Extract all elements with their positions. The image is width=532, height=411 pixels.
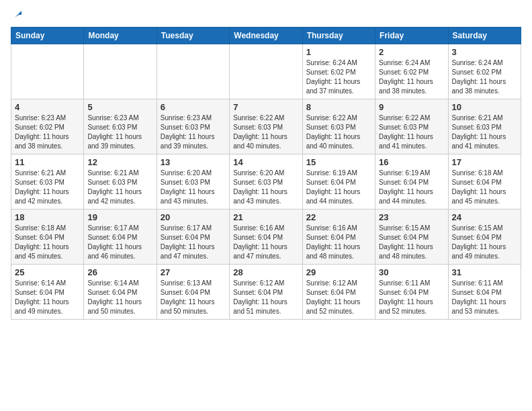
- day-number: 19: [87, 212, 152, 222]
- calendar-cell: 8Sunrise: 6:22 AM Sunset: 6:03 PM Daylig…: [302, 99, 375, 154]
- day-info: Sunrise: 6:16 AM Sunset: 6:04 PM Dayligh…: [306, 224, 371, 261]
- calendar-cell: 20Sunrise: 6:17 AM Sunset: 6:04 PM Dayli…: [157, 210, 229, 265]
- header-day: Tuesday: [157, 28, 229, 44]
- day-number: 10: [452, 102, 517, 112]
- day-info: Sunrise: 6:21 AM Sunset: 6:03 PM Dayligh…: [87, 169, 152, 206]
- calendar-cell: 1Sunrise: 6:24 AM Sunset: 6:02 PM Daylig…: [302, 44, 375, 99]
- day-info: Sunrise: 6:17 AM Sunset: 6:04 PM Dayligh…: [87, 224, 152, 261]
- header-day: Thursday: [302, 28, 375, 44]
- day-number: 2: [379, 47, 444, 57]
- calendar-cell: 29Sunrise: 6:12 AM Sunset: 6:04 PM Dayli…: [302, 265, 375, 320]
- header-day: Monday: [84, 28, 157, 44]
- calendar-cell: 23Sunrise: 6:15 AM Sunset: 6:04 PM Dayli…: [375, 210, 448, 265]
- day-info: Sunrise: 6:12 AM Sunset: 6:04 PM Dayligh…: [233, 279, 298, 316]
- logo-bird-icon: [12, 8, 24, 20]
- day-info: Sunrise: 6:13 AM Sunset: 6:04 PM Dayligh…: [161, 279, 226, 316]
- day-info: Sunrise: 6:17 AM Sunset: 6:04 PM Dayligh…: [161, 224, 226, 261]
- day-info: Sunrise: 6:23 AM Sunset: 6:02 PM Dayligh…: [15, 113, 80, 151]
- day-info: Sunrise: 6:18 AM Sunset: 6:04 PM Dayligh…: [452, 169, 517, 206]
- day-number: 6: [161, 102, 226, 112]
- calendar-week-row: 11Sunrise: 6:21 AM Sunset: 6:03 PM Dayli…: [11, 154, 521, 210]
- calendar-cell: 15Sunrise: 6:19 AM Sunset: 6:04 PM Dayli…: [302, 154, 375, 210]
- day-info: Sunrise: 6:21 AM Sunset: 6:03 PM Dayligh…: [15, 169, 80, 206]
- calendar-cell: [84, 44, 157, 99]
- header-day: Sunday: [11, 28, 84, 44]
- day-info: Sunrise: 6:11 AM Sunset: 6:04 PM Dayligh…: [452, 279, 517, 316]
- day-info: Sunrise: 6:22 AM Sunset: 6:03 PM Dayligh…: [379, 113, 444, 151]
- header-row: SundayMondayTuesdayWednesdayThursdayFrid…: [11, 28, 521, 44]
- day-info: Sunrise: 6:19 AM Sunset: 6:04 PM Dayligh…: [379, 169, 444, 206]
- calendar-cell: 16Sunrise: 6:19 AM Sunset: 6:04 PM Dayli…: [375, 154, 448, 210]
- calendar-cell: 7Sunrise: 6:22 AM Sunset: 6:03 PM Daylig…: [230, 99, 302, 154]
- day-number: 27: [161, 267, 226, 277]
- day-number: 24: [452, 212, 517, 222]
- calendar-cell: 4Sunrise: 6:23 AM Sunset: 6:02 PM Daylig…: [11, 99, 84, 154]
- day-number: 31: [452, 267, 517, 277]
- calendar-cell: 11Sunrise: 6:21 AM Sunset: 6:03 PM Dayli…: [11, 154, 84, 210]
- calendar-cell: 30Sunrise: 6:11 AM Sunset: 6:04 PM Dayli…: [375, 265, 448, 320]
- day-info: Sunrise: 6:22 AM Sunset: 6:03 PM Dayligh…: [306, 113, 371, 151]
- calendar-cell: 28Sunrise: 6:12 AM Sunset: 6:04 PM Dayli…: [230, 265, 302, 320]
- day-number: 22: [306, 212, 371, 222]
- calendar-cell: 2Sunrise: 6:24 AM Sunset: 6:02 PM Daylig…: [375, 44, 448, 99]
- calendar-cell: 22Sunrise: 6:16 AM Sunset: 6:04 PM Dayli…: [302, 210, 375, 265]
- header-day: Friday: [375, 28, 448, 44]
- calendar-cell: 25Sunrise: 6:14 AM Sunset: 6:04 PM Dayli…: [11, 265, 84, 320]
- day-number: 14: [233, 157, 298, 167]
- day-info: Sunrise: 6:16 AM Sunset: 6:04 PM Dayligh…: [233, 224, 298, 261]
- calendar-cell: 9Sunrise: 6:22 AM Sunset: 6:03 PM Daylig…: [375, 99, 448, 154]
- day-number: 8: [306, 102, 371, 112]
- calendar-week-row: 4Sunrise: 6:23 AM Sunset: 6:02 PM Daylig…: [11, 99, 521, 154]
- day-number: 25: [15, 267, 80, 277]
- day-number: 30: [379, 267, 444, 277]
- calendar-cell: 27Sunrise: 6:13 AM Sunset: 6:04 PM Dayli…: [157, 265, 229, 320]
- calendar-cell: [11, 44, 84, 99]
- logo: [11, 11, 24, 20]
- calendar-week-row: 25Sunrise: 6:14 AM Sunset: 6:04 PM Dayli…: [11, 265, 521, 320]
- day-number: 20: [161, 212, 226, 222]
- day-number: 18: [15, 212, 80, 222]
- day-info: Sunrise: 6:14 AM Sunset: 6:04 PM Dayligh…: [15, 279, 80, 316]
- day-info: Sunrise: 6:23 AM Sunset: 6:03 PM Dayligh…: [87, 113, 152, 151]
- day-number: 5: [87, 102, 152, 112]
- calendar-cell: 18Sunrise: 6:18 AM Sunset: 6:04 PM Dayli…: [11, 210, 84, 265]
- day-info: Sunrise: 6:19 AM Sunset: 6:04 PM Dayligh…: [306, 169, 371, 206]
- calendar-cell: 6Sunrise: 6:23 AM Sunset: 6:03 PM Daylig…: [157, 99, 229, 154]
- day-number: 15: [306, 157, 371, 167]
- calendar-cell: 3Sunrise: 6:24 AM Sunset: 6:02 PM Daylig…: [448, 44, 521, 99]
- day-number: 9: [379, 102, 444, 112]
- calendar-week-row: 18Sunrise: 6:18 AM Sunset: 6:04 PM Dayli…: [11, 210, 521, 265]
- day-info: Sunrise: 6:23 AM Sunset: 6:03 PM Dayligh…: [161, 113, 226, 151]
- calendar-cell: 19Sunrise: 6:17 AM Sunset: 6:04 PM Dayli…: [84, 210, 157, 265]
- day-number: 4: [15, 102, 80, 112]
- day-number: 29: [306, 267, 371, 277]
- header-day: Wednesday: [230, 28, 302, 44]
- calendar-cell: 12Sunrise: 6:21 AM Sunset: 6:03 PM Dayli…: [84, 154, 157, 210]
- day-number: 16: [379, 157, 444, 167]
- header-day: Saturday: [448, 28, 521, 44]
- calendar-cell: [157, 44, 229, 99]
- day-number: 3: [452, 47, 517, 57]
- day-number: 17: [452, 157, 517, 167]
- day-info: Sunrise: 6:12 AM Sunset: 6:04 PM Dayligh…: [306, 279, 371, 316]
- calendar-cell: 24Sunrise: 6:15 AM Sunset: 6:04 PM Dayli…: [448, 210, 521, 265]
- calendar-cell: 26Sunrise: 6:14 AM Sunset: 6:04 PM Dayli…: [84, 265, 157, 320]
- day-number: 21: [233, 212, 298, 222]
- day-number: 28: [233, 267, 298, 277]
- day-info: Sunrise: 6:15 AM Sunset: 6:04 PM Dayligh…: [379, 224, 444, 261]
- day-number: 11: [15, 157, 80, 167]
- calendar-cell: [230, 44, 302, 99]
- day-number: 23: [379, 212, 444, 222]
- day-number: 12: [87, 157, 152, 167]
- day-info: Sunrise: 6:11 AM Sunset: 6:04 PM Dayligh…: [379, 279, 444, 316]
- svg-marker-0: [15, 11, 21, 17]
- day-number: 13: [161, 157, 226, 167]
- calendar-week-row: 1Sunrise: 6:24 AM Sunset: 6:02 PM Daylig…: [11, 44, 521, 99]
- day-info: Sunrise: 6:20 AM Sunset: 6:03 PM Dayligh…: [233, 169, 298, 206]
- day-number: 1: [306, 47, 371, 57]
- calendar-cell: 5Sunrise: 6:23 AM Sunset: 6:03 PM Daylig…: [84, 99, 157, 154]
- day-number: 26: [87, 267, 152, 277]
- day-info: Sunrise: 6:15 AM Sunset: 6:04 PM Dayligh…: [452, 224, 517, 261]
- day-number: 7: [233, 102, 298, 112]
- day-info: Sunrise: 6:20 AM Sunset: 6:03 PM Dayligh…: [161, 169, 226, 206]
